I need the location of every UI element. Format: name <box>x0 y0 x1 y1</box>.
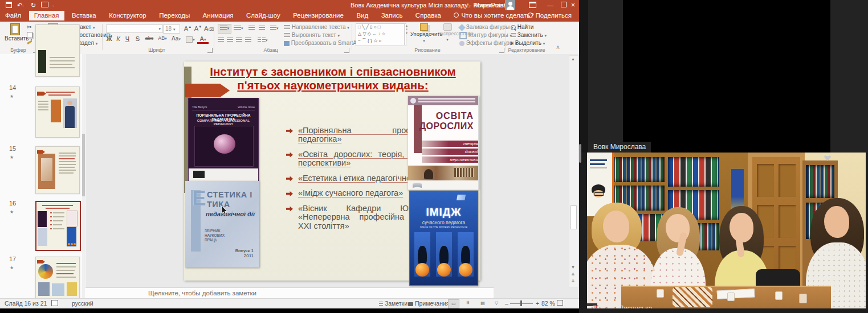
language-indicator[interactable]: русский <box>72 300 93 307</box>
change-case-button[interactable]: Аа▾ <box>170 35 182 42</box>
columns-button[interactable]: ▾ <box>258 36 268 43</box>
bold-button[interactable]: Ж <box>105 35 113 42</box>
find-button[interactable]: Найти <box>511 24 533 30</box>
cover-aesthetics-ethics[interactable]: Е СТЕТИКА І ТИКА педагогічної дії ЗБІРНИ… <box>185 181 259 267</box>
text-shadow-button[interactable]: abc <box>144 35 155 41</box>
tab-insert[interactable]: Вставка <box>67 11 101 20</box>
account-name[interactable]: Мирослава <box>474 2 507 9</box>
comments-toggle[interactable]: Примечания <box>408 300 450 307</box>
undo-icon[interactable]: ↶▾ <box>17 2 25 10</box>
redo-icon[interactable]: ↻ <box>31 2 36 9</box>
justify-button[interactable] <box>245 36 251 43</box>
shrink-font-button[interactable]: А▼ <box>194 25 202 32</box>
participant-tile-camera-off[interactable] <box>623 0 830 153</box>
paragraph-dialog-launcher[interactable] <box>344 48 349 53</box>
close-button[interactable]: × <box>571 2 575 9</box>
shapes-gallery[interactable]: □ ╲ ╱ ▯ ○ □△ ▽ ◇ ← ↓ ☆~ ⌒ { } ☆ ▹ <box>356 23 406 46</box>
fit-slide-icon[interactable] <box>557 300 563 307</box>
bullets-button[interactable]: ▾ <box>218 24 231 34</box>
numbering-button[interactable]: ▾ <box>234 24 243 31</box>
tab-record[interactable]: Запись <box>376 11 408 20</box>
slide-thumbnail-15[interactable] <box>35 146 80 194</box>
tab-design[interactable]: Конструктор <box>104 11 152 20</box>
next-slide-icon[interactable]: ≚ <box>569 279 577 284</box>
font-dialog-launcher[interactable] <box>207 48 213 53</box>
tab-transitions[interactable]: Переходы <box>154 11 195 20</box>
slide-scrollbar[interactable]: ▲ ▼ ≙ ≚ <box>569 55 578 287</box>
paste-button[interactable]: Вставить ▾ <box>5 23 25 42</box>
zoom-in-icon[interactable]: + <box>536 300 539 307</box>
font-name-combo[interactable]: ▾ <box>106 24 163 33</box>
slide-title[interactable]: Інститут є засновником і співзасновником… <box>194 65 471 92</box>
decrease-indent-button[interactable] <box>248 24 255 31</box>
thumbnail-scrollbar[interactable] <box>82 54 85 298</box>
align-text-button[interactable]: Выровнять текст ▾ <box>284 32 340 38</box>
window-resize-handle[interactable] <box>579 144 581 163</box>
slide-thumbnail-17[interactable] <box>35 257 80 299</box>
text-direction-button[interactable]: Направление текста ▾ <box>284 24 349 30</box>
clear-formatting-button[interactable]: А⌫ <box>204 25 213 32</box>
replace-button[interactable]: Заменить ▾ <box>511 32 547 38</box>
start-slideshow-icon[interactable] <box>41 2 48 9</box>
copy-icon[interactable] <box>27 31 32 38</box>
strikethrough-button[interactable]: S <box>133 35 142 42</box>
increase-indent-button[interactable] <box>259 24 265 31</box>
font-size-combo[interactable]: 18 ▾ <box>163 24 180 34</box>
arrange-button[interactable]: Упорядочить▾ <box>410 23 438 43</box>
tab-slideshow[interactable]: Слайд-шоу <box>241 11 286 20</box>
tab-help[interactable]: Справка <box>410 11 446 20</box>
cover-comparative-pedagogy[interactable]: Том ВипускVolume Issue ПОРІВНЯЛЬНА ПРОФЕ… <box>188 98 259 182</box>
restore-button[interactable] <box>561 2 567 9</box>
tab-file[interactable]: Файл <box>0 11 26 20</box>
notes-pane[interactable]: Щелкните, чтобы добавить заметки <box>85 287 494 299</box>
quick-styles-button[interactable]: Экспресс-стили▾ <box>438 23 457 42</box>
slide-thumbnail-13[interactable] <box>35 24 80 77</box>
scrollbar-thumb[interactable] <box>570 205 577 229</box>
zoom-slider-thumb[interactable] <box>520 300 522 306</box>
character-spacing-button[interactable]: АВ▾ <box>156 35 169 41</box>
tab-view[interactable]: Вид <box>351 11 373 20</box>
format-painter-icon[interactable] <box>27 39 32 45</box>
cover-imidzh-pedagoga[interactable]: ІМІДЖ сучасного педагога IMAGE OF THE MO… <box>409 191 478 286</box>
cut-icon[interactable]: ✂ <box>27 24 31 30</box>
share-button[interactable]: Поделиться <box>523 11 577 20</box>
slide-sorter-view-button[interactable]: ⠿ <box>463 299 473 307</box>
participant-video[interactable]: Вікторія Лисянська <box>587 153 866 308</box>
minimize-button[interactable]: — <box>547 2 553 9</box>
italic-button[interactable]: К <box>114 35 123 42</box>
select-button[interactable]: Выделить ▾ <box>511 40 545 46</box>
tab-home[interactable]: Главная <box>29 11 64 20</box>
collapse-ribbon-icon[interactable]: ˄ <box>556 44 560 51</box>
zoom-level[interactable]: 82 % <box>541 300 555 307</box>
line-spacing-button[interactable]: ▾ <box>270 24 279 31</box>
cover-adult-education[interactable]: ОСВІТА ДОРОСЛИХ теорія досвід перспектив… <box>407 96 479 190</box>
notes-placeholder[interactable]: Щелкните, чтобы добавить заметки <box>148 290 256 296</box>
previous-slide-icon[interactable]: ≙ <box>569 273 577 277</box>
align-center-button[interactable] <box>227 36 233 43</box>
slide-thumbnail-14[interactable] <box>35 87 80 138</box>
underline-button[interactable]: Ч <box>123 35 132 42</box>
align-left-button[interactable] <box>218 36 224 43</box>
save-icon[interactable] <box>6 2 12 10</box>
shapes-scroll[interactable]: ▴▪▾ <box>404 23 409 45</box>
slideshow-view-button[interactable]: ▽ <box>491 299 502 307</box>
slide-counter[interactable]: Слайд 16 из 21 <box>5 300 47 307</box>
notes-toggle[interactable]: Заметки <box>379 300 407 307</box>
tab-review[interactable]: Рецензирование <box>288 11 349 20</box>
slide-thumbnail-16-selected[interactable] <box>35 201 81 251</box>
warning-icon[interactable]: ⚠ <box>465 2 471 9</box>
reading-view-button[interactable]: ▤ <box>478 299 488 307</box>
tab-animations[interactable]: Анимация <box>198 11 239 20</box>
drawing-dialog-launcher[interactable] <box>499 48 504 53</box>
align-right-button[interactable] <box>236 36 242 43</box>
qat-customize-icon[interactable]: ▾ <box>52 2 55 10</box>
avatar[interactable] <box>505 0 515 12</box>
ribbon-display-options-icon[interactable] <box>529 2 536 10</box>
grow-font-button[interactable]: А▲ <box>184 25 192 32</box>
highlight-color-button[interactable]: ▾ <box>185 35 196 43</box>
shape-outline-button[interactable]: Контур фигуры ▾ <box>459 32 512 39</box>
font-color-button[interactable]: А▾ <box>197 35 209 44</box>
scroll-up-icon[interactable]: ▲ <box>569 57 577 61</box>
zoom-out-icon[interactable]: – <box>505 300 508 307</box>
accessibility-icon[interactable] <box>51 300 58 307</box>
